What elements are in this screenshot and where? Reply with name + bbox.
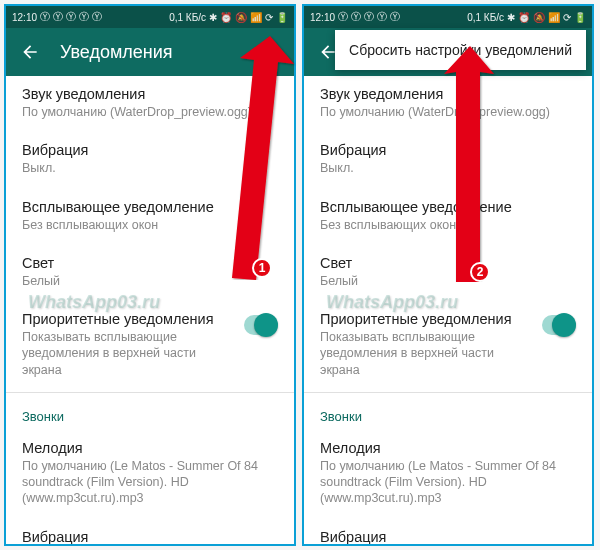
item-subtitle: По умолчанию (Le Matos - Summer Of 84 so… xyxy=(320,458,576,507)
status-app-icon: Ⓨ xyxy=(377,10,387,24)
divider xyxy=(6,392,294,393)
item-title: Всплывающее уведомление xyxy=(320,199,576,215)
item-title: Звук уведомления xyxy=(22,86,278,102)
item-subtitle: Белый xyxy=(320,273,576,289)
item-title: Вибрация xyxy=(320,142,576,158)
netspeed-label: 0,1 КБ/с xyxy=(169,12,206,23)
status-app-icon: Ⓨ xyxy=(364,10,374,24)
status-right: 0,1 КБ/с ✱ ⏰ 🔕 📶 ⟳ 🔋 xyxy=(169,12,288,23)
item-title: Мелодия xyxy=(22,440,278,456)
settings-list: Звук уведомления По умолчанию (WaterDrop… xyxy=(6,76,294,544)
status-time: 12:10 xyxy=(12,12,37,23)
item-popup-notification[interactable]: Всплывающее уведомление Без всплывающих … xyxy=(304,189,592,245)
alarm-icon: ⏰ xyxy=(220,12,232,23)
dnd-icon: 🔕 xyxy=(533,12,545,23)
overflow-menu-popup: Сбросить настройки уведомлений xyxy=(335,30,586,70)
item-light[interactable]: Свет Белый xyxy=(6,245,294,301)
item-subtitle: Выкл. xyxy=(320,160,576,176)
item-subtitle: Показывать всплывающие уведомления в вер… xyxy=(320,329,534,378)
priority-toggle[interactable] xyxy=(244,315,278,335)
divider xyxy=(304,392,592,393)
arrow-left-icon xyxy=(20,42,40,62)
item-title: Всплывающее уведомление xyxy=(22,199,278,215)
item-subtitle: Показывать всплывающие уведомления в вер… xyxy=(22,329,236,378)
status-app-icon: Ⓨ xyxy=(66,10,76,24)
signal-icon: 📶 xyxy=(548,12,560,23)
item-subtitle: По умолчанию (WaterDrop_preview.ogg) xyxy=(22,104,278,120)
item-subtitle: Без всплывающих окон xyxy=(22,217,278,233)
status-left: 12:10 Ⓨ Ⓨ Ⓨ Ⓨ Ⓨ xyxy=(310,10,400,24)
item-subtitle: Белый xyxy=(22,273,278,289)
status-app-icon: Ⓨ xyxy=(390,10,400,24)
annotation-badge-2: 2 xyxy=(470,262,490,282)
menu-item-reset-notifications[interactable]: Сбросить настройки уведомлений xyxy=(349,42,572,58)
overflow-menu-button[interactable] xyxy=(254,36,286,68)
alarm-icon: ⏰ xyxy=(518,12,530,23)
item-priority-notifications[interactable]: Приоритетные уведомления Показывать вспл… xyxy=(6,301,294,390)
item-vibration[interactable]: Вибрация Выкл. xyxy=(6,132,294,188)
rotate-icon: ⟳ xyxy=(265,12,273,23)
status-bar: 12:10 Ⓨ Ⓨ Ⓨ Ⓨ Ⓨ 0,1 КБ/с ✱ ⏰ 🔕 📶 ⟳ 🔋 xyxy=(304,6,592,28)
status-app-icon: Ⓨ xyxy=(338,10,348,24)
app-bar: Уведомления xyxy=(6,28,294,76)
status-bar: 12:10 Ⓨ Ⓨ Ⓨ Ⓨ Ⓨ 0,1 КБ/с ✱ ⏰ 🔕 📶 ⟳ 🔋 xyxy=(6,6,294,28)
section-header-calls: Звонки xyxy=(6,395,294,430)
item-title: Свет xyxy=(320,255,576,271)
rotate-icon: ⟳ xyxy=(563,12,571,23)
back-button[interactable] xyxy=(14,36,46,68)
more-vert-icon xyxy=(260,42,280,62)
status-app-icon: Ⓨ xyxy=(79,10,89,24)
item-notification-sound[interactable]: Звук уведомления По умолчанию (WaterDrop… xyxy=(6,76,294,132)
bluetooth-icon: ✱ xyxy=(507,12,515,23)
item-ringtone[interactable]: Мелодия По умолчанию (Le Matos - Summer … xyxy=(304,430,592,519)
settings-list: Звук уведомления По умолчанию (WaterDrop… xyxy=(304,76,592,544)
item-subtitle: Без всплывающих окон xyxy=(320,217,576,233)
status-app-icon: Ⓨ xyxy=(53,10,63,24)
bluetooth-icon: ✱ xyxy=(209,12,217,23)
item-title: Приоритетные уведомления xyxy=(320,311,534,327)
item-title: Мелодия xyxy=(320,440,576,456)
item-title: Вибрация xyxy=(22,142,278,158)
status-app-icon: Ⓨ xyxy=(351,10,361,24)
signal-icon: 📶 xyxy=(250,12,262,23)
status-app-icon: Ⓨ xyxy=(92,10,102,24)
item-vibration-calls[interactable]: Вибрация Выкл. xyxy=(304,519,592,545)
battery-icon: 🔋 xyxy=(574,12,586,23)
phone-left: 12:10 Ⓨ Ⓨ Ⓨ Ⓨ Ⓨ 0,1 КБ/с ✱ ⏰ 🔕 📶 ⟳ 🔋 Уве… xyxy=(4,4,296,546)
svg-point-2 xyxy=(268,56,271,59)
item-priority-notifications[interactable]: Приоритетные уведомления Показывать вспл… xyxy=(304,301,592,390)
svg-point-1 xyxy=(268,50,271,53)
item-title: Звук уведомления xyxy=(320,86,576,102)
page-title: Уведомления xyxy=(60,42,254,63)
status-left: 12:10 Ⓨ Ⓨ Ⓨ Ⓨ Ⓨ xyxy=(12,10,102,24)
status-right: 0,1 КБ/с ✱ ⏰ 🔕 📶 ⟳ 🔋 xyxy=(467,12,586,23)
item-subtitle: По умолчанию (Le Matos - Summer Of 84 so… xyxy=(22,458,278,507)
item-popup-notification[interactable]: Всплывающее уведомление Без всплывающих … xyxy=(6,189,294,245)
item-light[interactable]: Свет Белый xyxy=(304,245,592,301)
item-subtitle: По умолчанию (WaterDrop_preview.ogg) xyxy=(320,104,576,120)
status-time: 12:10 xyxy=(310,12,335,23)
item-title: Свет xyxy=(22,255,278,271)
item-subtitle: Выкл. xyxy=(22,160,278,176)
section-header-calls: Звонки xyxy=(304,395,592,430)
netspeed-label: 0,1 КБ/с xyxy=(467,12,504,23)
item-title: Вибрация xyxy=(22,529,278,545)
svg-point-0 xyxy=(268,45,271,48)
priority-toggle[interactable] xyxy=(542,315,576,335)
item-notification-sound[interactable]: Звук уведомления По умолчанию (WaterDrop… xyxy=(304,76,592,132)
battery-icon: 🔋 xyxy=(276,12,288,23)
annotation-badge-1: 1 xyxy=(252,258,272,278)
item-title: Приоритетные уведомления xyxy=(22,311,236,327)
item-vibration[interactable]: Вибрация Выкл. xyxy=(304,132,592,188)
item-vibration-calls[interactable]: Вибрация Выкл. xyxy=(6,519,294,545)
item-ringtone[interactable]: Мелодия По умолчанию (Le Matos - Summer … xyxy=(6,430,294,519)
status-app-icon: Ⓨ xyxy=(40,10,50,24)
dnd-icon: 🔕 xyxy=(235,12,247,23)
item-title: Вибрация xyxy=(320,529,576,545)
phone-right: 12:10 Ⓨ Ⓨ Ⓨ Ⓨ Ⓨ 0,1 КБ/с ✱ ⏰ 🔕 📶 ⟳ 🔋 Уве… xyxy=(302,4,594,546)
